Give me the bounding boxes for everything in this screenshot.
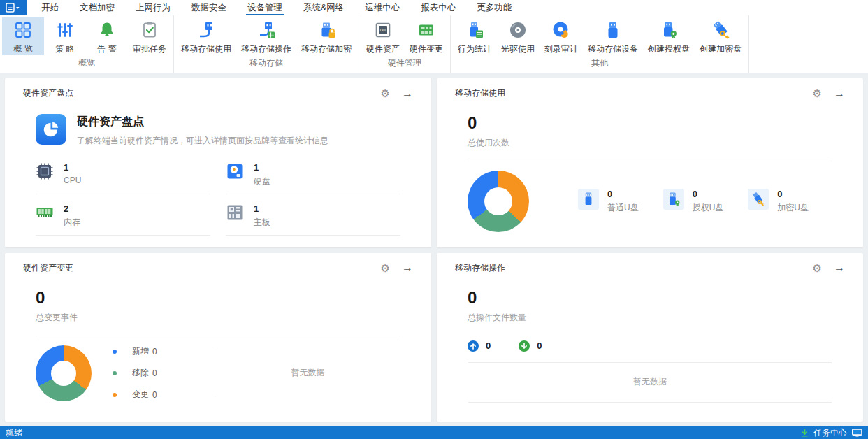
gear-icon[interactable]: ⚙ (381, 88, 390, 99)
stat-cpu: 1 CPU (36, 162, 210, 194)
auth-usb-icon (665, 191, 682, 208)
arrow-right-icon[interactable]: → (402, 88, 413, 99)
download-arrow-icon (801, 429, 809, 437)
status-text: 就绪 (6, 427, 22, 439)
ribbon-item-label: 概 览 (13, 43, 32, 55)
menu-item-device-mgmt[interactable]: 设备管理 (237, 0, 293, 15)
disk-icon (226, 162, 244, 180)
usb-lock-icon (317, 20, 336, 40)
stat-auth-usb: 0 授权U盘 (663, 189, 724, 214)
stat-label: 加密U盘 (777, 202, 809, 214)
normal-usb-icon (580, 191, 597, 208)
ribbon-group-overview: 概 览 策 略 告 警 (0, 15, 174, 73)
policy-sliders-icon (55, 20, 75, 40)
arrow-right-icon[interactable]: → (402, 262, 413, 273)
ribbon-item-hardware-asset[interactable]: CPU 硬件资产 (361, 17, 405, 55)
stat-normal-usb: 0 普通U盘 (578, 189, 639, 214)
encrypt-usb-icon (750, 191, 767, 208)
download-circle-icon (519, 340, 530, 352)
menu-item-doc-encryption[interactable]: 文档加密 (69, 0, 125, 15)
usb-stick-icon (603, 20, 623, 40)
legend-label: 新增 (132, 345, 149, 357)
menu-item-start[interactable]: 开始 (31, 0, 69, 15)
status-bar: 就绪 任务中心 (0, 426, 868, 439)
ribbon-item-behavior-stats[interactable]: 行为统计 (453, 17, 496, 55)
ribbon-item-create-auth-disk[interactable]: 创建授权盘 (643, 17, 695, 55)
ribbon-item-usb-operation[interactable]: 移动存储操作 (236, 17, 296, 55)
menu-item-system-network[interactable]: 系统&网络 (293, 0, 354, 15)
menu-item-data-security[interactable]: 数据安全 (181, 0, 237, 15)
ribbon-item-usb-usage[interactable]: 移动存储使用 (176, 17, 236, 55)
arrow-right-icon[interactable]: → (834, 88, 845, 99)
ribbon-item-label: 策 略 (55, 43, 74, 55)
ribbon-item-label: 创建授权盘 (648, 43, 690, 55)
menu-item-web-behavior[interactable]: 上网行为 (125, 0, 181, 15)
cd-disc-icon (508, 20, 528, 40)
ribbon-item-usb-device[interactable]: 移动存储设备 (583, 17, 643, 55)
approval-clipboard-icon (140, 20, 159, 40)
ribbon-item-label: 创建加密盘 (700, 43, 742, 55)
gear-icon[interactable]: ⚙ (813, 88, 822, 99)
ribbon-item-label: 移动存储加密 (301, 43, 352, 55)
task-center-label: 任务中心 (813, 427, 847, 439)
no-data-box: 暂无数据 (468, 362, 832, 403)
ribbon-item-burn-audit[interactable]: 刻录审计 (540, 17, 583, 55)
stat-value: 2 (64, 203, 80, 214)
ribbon-group-label: 其他 (453, 55, 746, 73)
stat-value: 1 (254, 162, 270, 173)
legend-value: 0 (152, 347, 157, 357)
svg-text:CPU: CPU (380, 29, 386, 32)
ribbon-item-label: 移动存储设备 (588, 43, 638, 55)
stat-label: 授权U盘 (693, 202, 724, 214)
stat-motherboard: 1 主板 (226, 203, 400, 236)
alarm-bell-icon (97, 20, 117, 40)
legend-removed: 移除 0 (113, 367, 195, 379)
total-usage-label: 总使用次数 (437, 133, 863, 149)
card-storage-usage: 移动存储使用 ⚙ → 0 总使用次数 0 普通U盘 (437, 78, 863, 247)
ribbon-item-label: 刻录审计 (544, 43, 578, 55)
ribbon-item-usb-encryption[interactable]: 移动存储加密 (296, 17, 356, 55)
hardware-stats: 1 CPU 1 硬盘 (5, 147, 431, 236)
hero-description: 了解终端当前硬件资产情况，可进入详情页面按品牌等查看统计信息 (77, 135, 328, 147)
hardware-inventory-hero: 硬件资产盘点 了解终端当前硬件资产情况，可进入详情页面按品牌等查看统计信息 (5, 99, 431, 147)
gear-icon[interactable]: ⚙ (813, 263, 822, 273)
menu-item-more[interactable]: 更多功能 (466, 0, 522, 15)
card-title: 移动存储使用 (455, 87, 505, 99)
gear-icon[interactable]: ⚙ (381, 263, 390, 273)
ribbon-item-cd-usage[interactable]: 光驱使用 (496, 17, 540, 55)
app-menu-button[interactable] (0, 0, 27, 15)
ribbon-item-policy[interactable]: 策 略 (44, 17, 86, 55)
ribbon-item-create-encrypt-disk[interactable]: 创建加密盘 (695, 17, 746, 55)
stat-label: 硬盘 (254, 175, 270, 187)
ribbon-item-overview[interactable]: 概 览 (2, 17, 44, 55)
card-hardware-inventory: 硬件资产盘点 ⚙ → 硬件资产盘点 了解终端当前硬件资产情况，可进入详情页面按品… (5, 78, 431, 247)
menu-item-ops-center[interactable]: 运维中心 (354, 0, 410, 15)
menu-item-report-center[interactable]: 报表中心 (410, 0, 466, 15)
green-board-icon (417, 20, 436, 40)
total-operation-label: 总操作文件数量 (437, 308, 863, 324)
ribbon-item-label: 移动存储使用 (181, 43, 231, 55)
cpu-chip-icon: CPU (373, 20, 393, 40)
ribbon-item-label: 行为统计 (458, 43, 491, 55)
total-change-label: 总变更事件 (5, 308, 431, 324)
motherboard-icon (226, 203, 244, 222)
card-title: 移动存储操作 (455, 262, 505, 274)
pie-chart-app-icon (36, 114, 66, 145)
ribbon-item-label: 告 警 (97, 43, 116, 55)
operation-counters: 0 0 (437, 324, 863, 352)
arrow-right-icon[interactable]: → (834, 262, 845, 273)
stat-disk: 1 硬盘 (226, 162, 400, 194)
legend-label: 移除 (132, 367, 149, 379)
ribbon-item-label: 硬件资产 (366, 43, 400, 55)
ribbon-item-label: 移动存储操作 (241, 43, 291, 55)
ribbon-item-approval-tasks[interactable]: 审批任务 (128, 17, 171, 55)
ribbon-group-label: 硬件管理 (361, 55, 448, 73)
monitor-icon[interactable] (852, 429, 862, 437)
burn-disc-flame-icon (551, 20, 571, 40)
legend-changed: 变更 0 (113, 389, 195, 401)
ribbon-item-hardware-change[interactable]: 硬件变更 (405, 17, 448, 55)
task-center-button[interactable]: 任务中心 (801, 427, 862, 439)
no-data-text: 暂无数据 (215, 367, 400, 379)
ribbon-group-hardware-mgmt: CPU 硬件资产 硬件变更 硬件管理 (359, 15, 451, 73)
ribbon-item-alert[interactable]: 告 警 (86, 17, 128, 55)
